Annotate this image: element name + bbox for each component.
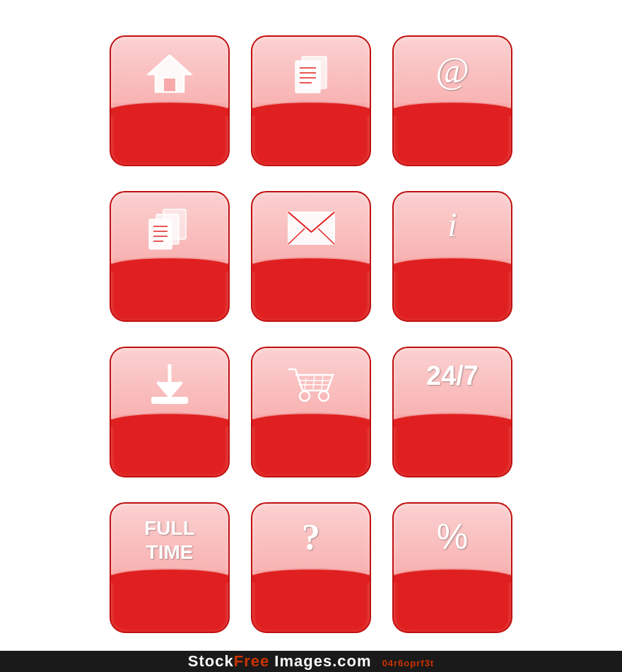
watermark-id: 04r6oprf3t [382,658,435,668]
question-icon: ? [302,516,320,558]
at-icon: @ [435,50,469,91]
home-button[interactable] [110,35,230,166]
svg-point-20 [319,391,329,401]
watermark-site: Images.com [274,652,371,670]
home-icon [145,50,194,95]
cart-icon [285,361,338,407]
svg-rect-2 [295,61,320,93]
download-icon [145,361,194,410]
download-button[interactable] [110,347,230,477]
fulltime-icon: FULLTIME [144,516,195,564]
email-at-button[interactable]: @ [392,35,512,166]
fulltime-button[interactable]: FULLTIME [110,502,230,633]
percent-icon: % [437,516,468,557]
envelope-button[interactable] [251,191,371,322]
info-icon: i [447,205,457,244]
svg-rect-9 [149,219,172,249]
svg-line-22 [313,376,315,389]
percent-button[interactable]: % [392,502,512,633]
icon-grid: @ [81,0,541,651]
document-button[interactable] [251,35,371,166]
svg-rect-0 [163,78,176,92]
watermark-bar: StockFree Images.com 04r6oprf3t [0,651,622,672]
svg-line-23 [322,375,323,389]
document-icon [286,50,336,99]
info-button[interactable]: i [392,191,512,322]
watermark-free: Free [234,652,269,670]
247-button[interactable]: 24/7 [392,347,512,477]
question-button[interactable]: ? [251,502,371,633]
cart-button[interactable] [251,347,371,477]
copy-button[interactable] [110,191,230,322]
247-icon: 24/7 [426,361,479,391]
watermark-brand: StockFree Images.com 04r6oprf3t [188,652,434,671]
svg-point-19 [300,391,310,401]
envelope-icon [285,205,338,248]
svg-rect-18 [152,398,187,403]
svg-rect-14 [288,212,334,244]
copy-icon [143,205,196,255]
